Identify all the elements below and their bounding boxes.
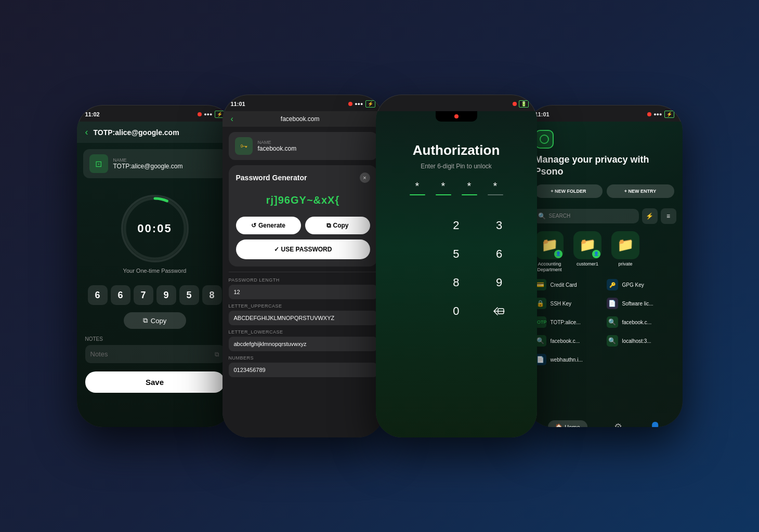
- p3-camera: [454, 114, 459, 118]
- p2-field-2: LETTER_LOWERCASE abcdefghijklmnopqrstuvw…: [229, 329, 377, 351]
- phone4-screen: Manage your privacy with Psono + NEW FOL…: [527, 122, 683, 427]
- recording-dot-3: [513, 102, 517, 106]
- p3-key-5[interactable]: 5: [435, 240, 478, 268]
- p1-notes-label: NOTES: [85, 336, 225, 342]
- p4-home-label: Home: [565, 424, 580, 428]
- p2-value-2[interactable]: abcdefghijklmnopqrstuvwxyz: [229, 337, 377, 351]
- p2-back-arrow[interactable]: ‹: [231, 114, 233, 124]
- p2-copy-button[interactable]: ⧉ Copy: [305, 217, 370, 234]
- p1-circle-container: 00:05: [121, 195, 189, 262]
- p2-label-1: LETTER_UPPERCASE: [229, 303, 377, 309]
- p4-tab-home-button[interactable]: 🏠 Home: [548, 420, 587, 427]
- p3-pin-2: *: [436, 180, 451, 195]
- p4-filter-button[interactable]: ⚡: [642, 208, 658, 224]
- p3-title: Authorization: [413, 142, 500, 158]
- p2-name-value: facebook.com: [258, 145, 297, 152]
- p2-use-label: USE PASSWORD: [281, 246, 332, 253]
- p4-entry-facebook1[interactable]: 🔍 facebook.c...: [605, 313, 676, 331]
- p3-key-3[interactable]: 3: [478, 211, 521, 240]
- p2-value-1[interactable]: ABCDEFGHIJKLMNOPQRSTUVWXYZ: [229, 311, 377, 325]
- p4-folders: 📁 👤 AccountingDepartment 📁 👤 customer1 📁: [527, 228, 683, 276]
- p1-otp-label: Your One-time Password: [123, 268, 187, 274]
- p1-notes-copy-icon: ⧉: [215, 351, 219, 358]
- p3-key-9[interactable]: 9: [478, 268, 521, 297]
- p4-search-field[interactable]: 🔍 SEARCH: [533, 209, 639, 223]
- p4-entry-software[interactable]: 📄 Software lic...: [605, 294, 676, 313]
- p4-settings-tab[interactable]: ⚙: [614, 421, 622, 428]
- p4-filter-icon: ⚡: [646, 212, 653, 220]
- p4-profile-tab[interactable]: 👤: [649, 421, 661, 428]
- p4-entry-facebook2[interactable]: 🔍 facebook.c...: [533, 331, 605, 350]
- p2-value-0[interactable]: 12: [229, 285, 377, 299]
- p1-back-button[interactable]: ‹: [85, 127, 88, 138]
- p4-folder-badge-customer: 👤: [592, 250, 600, 258]
- p3-key-empty-tl: [392, 211, 435, 240]
- p3-pin-3: *: [462, 180, 477, 195]
- p1-digit-3: 7: [134, 285, 153, 305]
- p4-action-row: + NEW FOLDER + NEW ENTRY: [535, 184, 674, 198]
- p1-timer-area: 00:05 Your One-time Password: [77, 184, 233, 285]
- p4-entry-icon-facebook1: 🔍: [607, 316, 618, 328]
- p4-folder-customer[interactable]: 📁 👤 customer1: [571, 231, 605, 273]
- p4-folder-icon-accounting: 📁 👤: [535, 231, 564, 259]
- p1-notes-input[interactable]: Notes ⧉: [85, 345, 225, 363]
- p4-folder-private[interactable]: 📁 private: [609, 231, 643, 273]
- p3-key-0[interactable]: 0: [435, 297, 478, 325]
- p3-backspace-key[interactable]: [478, 297, 521, 325]
- status-time-1: 11:02: [85, 111, 100, 117]
- p2-name-info: NAME facebook.com: [258, 140, 297, 152]
- p3-key-6[interactable]: 6: [478, 240, 521, 268]
- p4-entry-gpg[interactable]: 🔑 GPG Key: [605, 275, 676, 294]
- p1-digit-2: 6: [111, 285, 130, 305]
- status-icons-4: ●●● ⚡: [647, 111, 674, 118]
- p3-key-2[interactable]: 2: [435, 211, 478, 240]
- phone2-screen: ‹ facebook.com 🗝 NAME facebook.com Passw…: [223, 111, 384, 437]
- p1-save-button[interactable]: Save: [85, 371, 225, 393]
- p2-name-icon: 🗝: [235, 137, 253, 155]
- p3-key-8[interactable]: 8: [435, 268, 478, 297]
- p4-new-folder-button[interactable]: + NEW FOLDER: [535, 184, 603, 198]
- p4-tagline: Manage your privacy with Psono: [535, 154, 674, 178]
- p2-fields: PASSWORD LENGTH 12 LETTER_UPPERCASE ABCD…: [223, 277, 384, 377]
- p4-list-button[interactable]: ≡: [661, 208, 676, 224]
- p4-entry-localhost[interactable]: 🔍 localhost:3...: [605, 331, 676, 350]
- p2-field-1: LETTER_UPPERCASE ABCDEFGHIJKLMNOPQRSTUVW…: [229, 303, 377, 325]
- p1-digit-6: 8: [202, 285, 222, 305]
- p1-notes-placeholder: Notes: [90, 350, 108, 358]
- p1-name-value: TOTP:alice@google.com: [113, 163, 183, 170]
- p4-entry-webauthn[interactable]: 📄 webhauthn.i...: [533, 350, 605, 369]
- p4-entry-totp[interactable]: TOTP TOTP:alice...: [533, 313, 605, 331]
- p4-folder-accounting[interactable]: 📁 👤 AccountingDepartment: [533, 231, 567, 273]
- p4-new-entry-button[interactable]: + NEW ENTRY: [607, 184, 674, 198]
- p2-generate-button[interactable]: ↺ Generate: [236, 217, 301, 234]
- phone-2-password: 11:01 ●●● ⚡ ‹ facebook.com 🗝 NAME facebo…: [223, 95, 384, 437]
- p4-entry-ssh[interactable]: 🔒 SSH Key: [533, 294, 605, 313]
- p4-entry-name-facebook1: facebook.c...: [622, 320, 652, 325]
- p2-close-button[interactable]: ×: [360, 172, 370, 183]
- p2-value-3[interactable]: 0123456789: [229, 363, 377, 377]
- p1-digit-5: 5: [179, 285, 199, 305]
- p4-entry-name-webauthn: webhauthn.i...: [551, 357, 583, 363]
- battery-2: ⚡: [365, 100, 375, 108]
- svg-point-3: [540, 135, 548, 143]
- p2-url-bar: ‹ facebook.com: [223, 111, 384, 127]
- p2-label-3: NUMBERS: [229, 355, 377, 361]
- p3-key-empty-bot: [392, 297, 435, 325]
- p2-label-0: PASSWORD LENGTH: [229, 277, 377, 283]
- p2-field-0: PASSWORD LENGTH 12: [229, 277, 377, 299]
- p1-name-label-text: NAME: [113, 157, 183, 163]
- p1-copy-label: Copy: [151, 317, 166, 325]
- p1-copy-button[interactable]: ⧉ Copy: [124, 312, 186, 329]
- p2-generated-password: rj]96GY~&xX{: [236, 189, 370, 211]
- p2-copy-icon: ⧉: [326, 222, 331, 229]
- status-icons-1: ●●● ⚡: [198, 111, 224, 118]
- p2-generate-label: Generate: [258, 222, 285, 229]
- p3-notch: [436, 111, 477, 122]
- p2-use-password-button[interactable]: ✓ USE PASSWORD: [236, 240, 370, 259]
- p4-tab-bar: 🏠 Home ⚙ 👤: [527, 416, 683, 427]
- p2-name-card: 🗝 NAME facebook.com: [229, 132, 377, 160]
- p2-modal-header: Password Generator ×: [236, 172, 370, 183]
- p4-folder-name-accounting: AccountingDepartment: [537, 261, 561, 273]
- p3-pin-1: *: [410, 180, 425, 195]
- p4-entry-credit-card[interactable]: 💳 Credit Card: [533, 275, 605, 294]
